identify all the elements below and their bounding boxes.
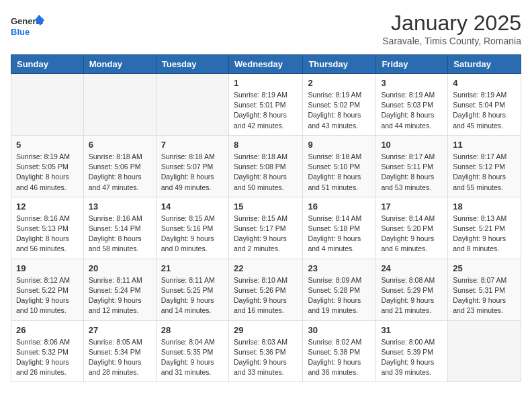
day-cell-27: 27Sunrise: 8:05 AM Sunset: 5:34 PM Dayli… [83, 320, 156, 382]
day-info: Sunrise: 8:19 AM Sunset: 5:04 PM Dayligh… [453, 90, 516, 131]
day-cell-18: 18Sunrise: 8:13 AM Sunset: 5:21 PM Dayli… [448, 197, 521, 259]
day-cell-28: 28Sunrise: 8:04 AM Sunset: 5:35 PM Dayli… [156, 320, 228, 382]
calendar-table: SundayMondayTuesdayWednesdayThursdayFrid… [11, 54, 521, 382]
day-cell-2: 2Sunrise: 8:19 AM Sunset: 5:02 PM Daylig… [303, 74, 376, 136]
day-info: Sunrise: 8:13 AM Sunset: 5:21 PM Dayligh… [453, 214, 516, 255]
day-cell-24: 24Sunrise: 8:08 AM Sunset: 5:29 PM Dayli… [376, 259, 448, 320]
day-cell-6: 6Sunrise: 8:18 AM Sunset: 5:06 PM Daylig… [83, 135, 156, 197]
day-cell-16: 16Sunrise: 8:14 AM Sunset: 5:18 PM Dayli… [303, 197, 376, 259]
day-info: Sunrise: 8:18 AM Sunset: 5:08 PM Dayligh… [234, 152, 298, 193]
day-number: 5 [16, 140, 79, 150]
day-cell-13: 13Sunrise: 8:16 AM Sunset: 5:14 PM Dayli… [83, 197, 156, 259]
day-number: 26 [16, 325, 79, 335]
day-cell-23: 23Sunrise: 8:09 AM Sunset: 5:28 PM Dayli… [303, 259, 376, 320]
day-cell-15: 15Sunrise: 8:15 AM Sunset: 5:17 PM Dayli… [228, 197, 302, 259]
day-info: Sunrise: 8:19 AM Sunset: 5:02 PM Dayligh… [308, 90, 371, 131]
day-cell-1: 1Sunrise: 8:19 AM Sunset: 5:01 PM Daylig… [228, 74, 302, 136]
day-info: Sunrise: 8:11 AM Sunset: 5:25 PM Dayligh… [161, 275, 224, 316]
day-info: Sunrise: 8:10 AM Sunset: 5:26 PM Dayligh… [234, 275, 298, 316]
day-number: 9 [308, 140, 371, 150]
day-info: Sunrise: 8:18 AM Sunset: 5:07 PM Dayligh… [161, 152, 224, 193]
day-cell-19: 19Sunrise: 8:12 AM Sunset: 5:22 PM Dayli… [11, 259, 84, 320]
day-info: Sunrise: 8:11 AM Sunset: 5:24 PM Dayligh… [89, 275, 151, 316]
day-number: 7 [161, 140, 224, 150]
day-info: Sunrise: 8:16 AM Sunset: 5:13 PM Dayligh… [16, 214, 79, 255]
day-cell-17: 17Sunrise: 8:14 AM Sunset: 5:20 PM Dayli… [376, 197, 448, 259]
day-cell-20: 20Sunrise: 8:11 AM Sunset: 5:24 PM Dayli… [83, 259, 156, 320]
logo: General Blue [11, 11, 44, 44]
day-number: 25 [453, 263, 516, 273]
day-cell-3: 3Sunrise: 8:19 AM Sunset: 5:03 PM Daylig… [376, 74, 448, 136]
day-cell-21: 21Sunrise: 8:11 AM Sunset: 5:25 PM Dayli… [156, 259, 228, 320]
day-number: 2 [308, 78, 371, 88]
day-number: 4 [453, 78, 516, 88]
day-number: 3 [381, 78, 443, 88]
day-number: 20 [89, 263, 151, 273]
weekday-header-monday: Monday [83, 55, 156, 74]
week-row-5: 26Sunrise: 8:06 AM Sunset: 5:32 PM Dayli… [11, 320, 521, 382]
day-number: 31 [381, 325, 443, 335]
day-cell-30: 30Sunrise: 8:02 AM Sunset: 5:38 PM Dayli… [303, 320, 376, 382]
day-number: 1 [234, 78, 298, 88]
day-info: Sunrise: 8:03 AM Sunset: 5:36 PM Dayligh… [234, 337, 298, 378]
day-number: 18 [453, 201, 516, 212]
day-info: Sunrise: 8:02 AM Sunset: 5:38 PM Dayligh… [308, 337, 371, 378]
day-number: 23 [308, 263, 371, 273]
weekday-header-thursday: Thursday [303, 55, 376, 74]
day-info: Sunrise: 8:15 AM Sunset: 5:16 PM Dayligh… [161, 214, 224, 255]
day-number: 29 [234, 325, 298, 335]
day-info: Sunrise: 8:12 AM Sunset: 5:22 PM Dayligh… [16, 275, 79, 316]
day-number: 24 [381, 263, 443, 273]
weekday-header-wednesday: Wednesday [228, 55, 302, 74]
day-cell-9: 9Sunrise: 8:18 AM Sunset: 5:10 PM Daylig… [303, 135, 376, 197]
subtitle: Saravale, Timis County, Romania [382, 36, 521, 46]
day-cell-22: 22Sunrise: 8:10 AM Sunset: 5:26 PM Dayli… [228, 259, 302, 320]
weekday-header-friday: Friday [376, 55, 448, 74]
day-cell-12: 12Sunrise: 8:16 AM Sunset: 5:13 PM Dayli… [11, 197, 84, 259]
day-number: 17 [381, 201, 443, 212]
day-info: Sunrise: 8:14 AM Sunset: 5:18 PM Dayligh… [308, 214, 371, 255]
day-cell-4: 4Sunrise: 8:19 AM Sunset: 5:04 PM Daylig… [448, 74, 521, 136]
day-number: 30 [308, 325, 371, 335]
day-info: Sunrise: 8:06 AM Sunset: 5:32 PM Dayligh… [16, 337, 79, 378]
day-info: Sunrise: 8:05 AM Sunset: 5:34 PM Dayligh… [89, 337, 151, 378]
day-cell-10: 10Sunrise: 8:17 AM Sunset: 5:11 PM Dayli… [376, 135, 448, 197]
weekday-header-saturday: Saturday [448, 55, 521, 74]
weekday-header-tuesday: Tuesday [156, 55, 228, 74]
day-cell-31: 31Sunrise: 8:00 AM Sunset: 5:39 PM Dayli… [376, 320, 448, 382]
svg-text:Blue: Blue [11, 27, 30, 37]
day-info: Sunrise: 8:17 AM Sunset: 5:12 PM Dayligh… [453, 152, 516, 193]
day-info: Sunrise: 8:04 AM Sunset: 5:35 PM Dayligh… [161, 337, 224, 378]
day-number: 12 [16, 201, 79, 212]
day-number: 21 [161, 263, 224, 273]
day-info: Sunrise: 8:17 AM Sunset: 5:11 PM Dayligh… [381, 152, 443, 193]
day-info: Sunrise: 8:15 AM Sunset: 5:17 PM Dayligh… [234, 214, 298, 255]
day-number: 11 [453, 140, 516, 150]
day-number: 10 [381, 140, 443, 150]
day-info: Sunrise: 8:07 AM Sunset: 5:31 PM Dayligh… [453, 275, 516, 316]
day-cell-11: 11Sunrise: 8:17 AM Sunset: 5:12 PM Dayli… [448, 135, 521, 197]
title-block: January 2025 Saravale, Timis County, Rom… [382, 11, 521, 46]
day-number: 22 [234, 263, 298, 273]
day-info: Sunrise: 8:19 AM Sunset: 5:03 PM Dayligh… [381, 90, 443, 131]
day-cell-26: 26Sunrise: 8:06 AM Sunset: 5:32 PM Dayli… [11, 320, 84, 382]
day-info: Sunrise: 8:14 AM Sunset: 5:20 PM Dayligh… [381, 214, 443, 255]
day-info: Sunrise: 8:08 AM Sunset: 5:29 PM Dayligh… [381, 275, 443, 316]
day-cell-7: 7Sunrise: 8:18 AM Sunset: 5:07 PM Daylig… [156, 135, 228, 197]
weekday-header-sunday: Sunday [11, 55, 84, 74]
week-row-1: 1Sunrise: 8:19 AM Sunset: 5:01 PM Daylig… [11, 74, 521, 136]
weekday-header-row: SundayMondayTuesdayWednesdayThursdayFrid… [11, 55, 521, 74]
week-row-3: 12Sunrise: 8:16 AM Sunset: 5:13 PM Dayli… [11, 197, 521, 259]
empty-cell [11, 74, 84, 136]
day-info: Sunrise: 8:19 AM Sunset: 5:01 PM Dayligh… [234, 90, 298, 131]
day-number: 6 [89, 140, 151, 150]
day-cell-14: 14Sunrise: 8:15 AM Sunset: 5:16 PM Dayli… [156, 197, 228, 259]
day-number: 27 [89, 325, 151, 335]
day-number: 28 [161, 325, 224, 335]
day-info: Sunrise: 8:00 AM Sunset: 5:39 PM Dayligh… [381, 337, 443, 378]
page-header: General Blue January 2025 Saravale, Timi… [11, 11, 521, 46]
day-cell-29: 29Sunrise: 8:03 AM Sunset: 5:36 PM Dayli… [228, 320, 302, 382]
day-number: 15 [234, 201, 298, 212]
day-number: 8 [234, 140, 298, 150]
day-cell-5: 5Sunrise: 8:19 AM Sunset: 5:05 PM Daylig… [11, 135, 84, 197]
